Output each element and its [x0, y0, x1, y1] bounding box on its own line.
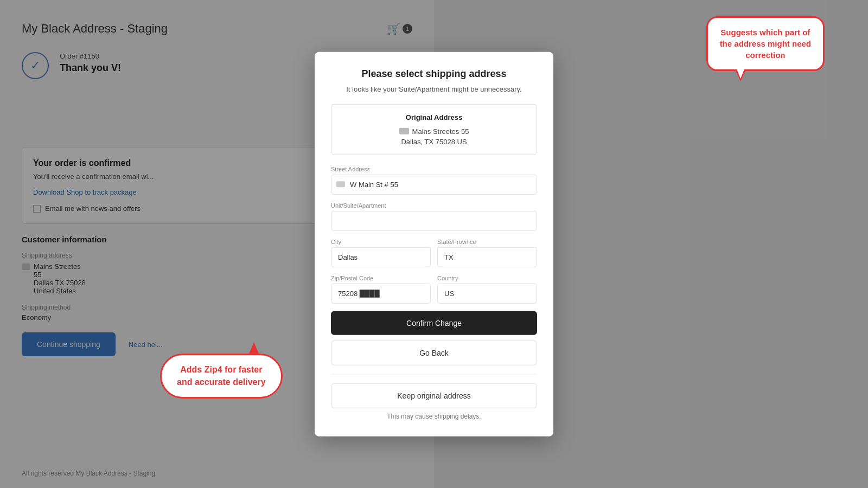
confirm-change-button[interactable]: Confirm Change [331, 311, 537, 335]
original-address-box: Original Address Mains Streetes 55 Dalla… [331, 104, 537, 155]
original-address-label: Original Address [340, 113, 528, 121]
suite-input[interactable] [331, 210, 537, 230]
go-back-button[interactable]: Go Back [331, 340, 537, 365]
orig-address-line2: Dallas, TX 75028 US [340, 137, 528, 145]
zip-group: Zip/Postal Code [331, 274, 431, 303]
street-flag-icon [336, 181, 345, 187]
state-group: State/Province [437, 238, 537, 267]
zip-label: Zip/Postal Code [331, 274, 431, 281]
country-input[interactable] [437, 283, 537, 303]
oval-annotation: Adds Zip4 for faster and accurate delive… [160, 354, 283, 399]
speech-bubble-annotation: Suggests which part of the address might… [706, 16, 825, 71]
shipping-address-modal: Please select shipping address It looks … [315, 52, 553, 436]
modal-title: Please select shipping address [331, 68, 537, 80]
delay-warning: This may cause shipping delays. [331, 412, 537, 420]
city-label: City [331, 238, 431, 245]
city-input[interactable] [331, 247, 431, 267]
street-input[interactable] [331, 174, 537, 194]
city-group: City [331, 238, 431, 267]
suite-group: Unit/Suite/Apartment [331, 202, 537, 230]
bubble-line3: correction [745, 50, 785, 60]
bubble-line1: Suggests which part of [720, 28, 810, 37]
orig-address-line1: Mains Streetes 55 [412, 127, 469, 135]
keep-original-button[interactable]: Keep original address [331, 383, 537, 408]
state-label: State/Province [437, 238, 537, 245]
country-label: Country [437, 274, 537, 281]
street-address-group: Street Address [331, 165, 537, 194]
oval-line2: and accurate delivery [177, 377, 266, 387]
country-group: Country [437, 274, 537, 303]
suite-label: Unit/Suite/Apartment [331, 202, 537, 208]
zip-input[interactable] [331, 283, 431, 303]
bubble-line2: the address might need [720, 39, 811, 48]
modal-divider [331, 374, 537, 374]
state-input[interactable] [437, 247, 537, 267]
oval-line1: Adds Zip4 for faster [180, 365, 262, 374]
orig-flag-icon [399, 128, 409, 134]
modal-subtitle: It looks like your Suite/Apartment might… [331, 85, 537, 93]
street-label: Street Address [331, 165, 537, 172]
